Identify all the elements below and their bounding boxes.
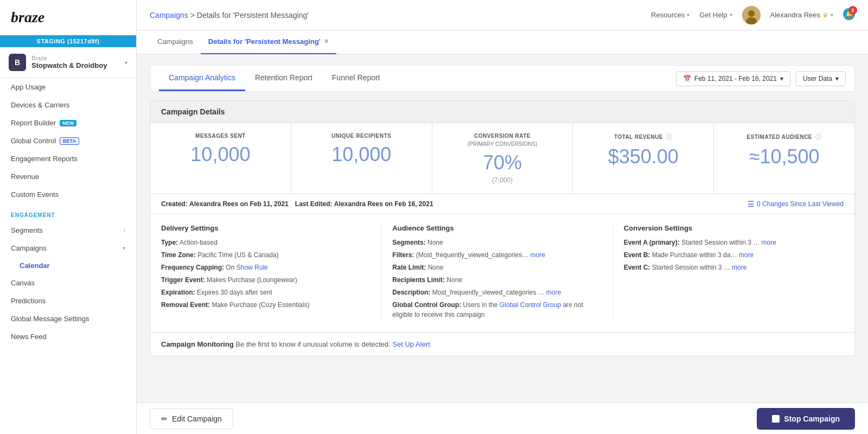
- edit-campaign-button[interactable]: ✏ Edit Campaign: [150, 409, 233, 429]
- main-content: Campaigns > Details for 'Persistent Mess…: [137, 0, 868, 434]
- filters-more-link[interactable]: more: [530, 251, 545, 259]
- campaign-details-header: Campaign Details: [150, 101, 854, 123]
- delivery-settings-title: Delivery Settings: [161, 224, 370, 232]
- messages-sent-label: MESSAGES SENT: [161, 133, 280, 139]
- get-help-chevron-icon: ▾: [730, 12, 732, 18]
- unique-recipients-value: 10,000: [302, 143, 421, 166]
- sidebar-subitem-calendar[interactable]: Calendar: [0, 257, 136, 274]
- notifications-bell[interactable]: 🔔 2: [843, 8, 855, 22]
- details-grid: Delivery Settings Type: Action-based Tim…: [150, 214, 854, 333]
- breadcrumb-campaigns-link[interactable]: Campaigns: [150, 11, 188, 20]
- workspace-avatar: B: [9, 54, 26, 71]
- sidebar-item-campaigns[interactable]: Campaigns ▾: [0, 239, 136, 257]
- resources-label: Resources: [651, 11, 685, 19]
- event-a-more-link[interactable]: more: [762, 239, 776, 246]
- conversion-event-a-row: Event A (primary): Started Session withi…: [624, 238, 833, 247]
- sidebar-item-news-feed[interactable]: News Feed: [0, 328, 136, 346]
- gcg-link[interactable]: Global Control Group: [500, 301, 561, 309]
- metric-estimated-audience: ESTIMATED AUDIENCE ⓘ ≈10,500: [714, 123, 854, 194]
- workspace-selector[interactable]: B Braze Stopwatch & Droidboy ▾: [0, 47, 136, 78]
- sidebar-item-canvas[interactable]: Canvas: [0, 274, 136, 292]
- user-menu-button[interactable]: Alexandra Rees ♛ ▾: [770, 11, 834, 19]
- beta-badge: BETA: [60, 137, 79, 145]
- total-revenue-value: $350.00: [584, 145, 703, 168]
- audience-settings-col: Audience Settings Segments: None Filters…: [392, 224, 612, 322]
- conversion-event-c-row: Event C: Started Session within 3 … more: [624, 263, 833, 272]
- show-rule-link[interactable]: Show Rule: [237, 264, 268, 271]
- svg-point-1: [748, 10, 755, 17]
- conversion-rate-value: 70%: [443, 151, 562, 174]
- audience-rate-limit-row: Rate Limit: None: [392, 263, 601, 272]
- workspace-info: Braze Stopwatch & Droidboy: [31, 55, 107, 71]
- tabs-bar: Campaigns Details for 'Persistent Messag…: [137, 30, 868, 54]
- conversion-rate-sublabel: (PRIMARY CONVERSIONS): [443, 141, 562, 147]
- sidebar-item-engagement-reports[interactable]: Engagement Reports: [0, 150, 136, 168]
- conversion-rate-sub: (7,000): [443, 176, 562, 184]
- event-b-more-link[interactable]: more: [739, 251, 754, 259]
- date-filter-button[interactable]: 📅 Feb 11, 2021 - Feb 16, 2021 ▾: [676, 71, 790, 86]
- campaigns-chevron-icon: ▾: [123, 245, 125, 251]
- subtab-campaign-analytics[interactable]: Campaign Analytics: [159, 66, 245, 91]
- conversion-settings-col: Conversion Settings Event A (primary): S…: [624, 224, 844, 322]
- audience-segments-row: Segments: None: [392, 238, 601, 247]
- get-help-button[interactable]: Get Help ▾: [699, 11, 732, 19]
- sidebar-item-report-builder[interactable]: Report Builder NEW: [0, 114, 136, 132]
- event-c-more-link[interactable]: more: [732, 264, 746, 271]
- sidebar-item-custom-events[interactable]: Custom Events: [0, 186, 136, 203]
- content-area: Campaign Analytics Retention Report Funn…: [137, 54, 868, 403]
- metric-total-revenue: TOTAL REVENUE ⓘ $350.00: [573, 123, 714, 194]
- delivery-timezone-row: Time Zone: Pacific Time (US & Canada): [161, 250, 370, 260]
- metrics-row: MESSAGES SENT 10,000 UNIQUE RECIPIENTS 1…: [150, 123, 854, 194]
- subtab-retention-report[interactable]: Retention Report: [245, 66, 322, 91]
- campaign-details-card: Campaign Details MESSAGES SENT 10,000 UN…: [150, 100, 855, 356]
- staging-badge: STAGING (15217d8f): [0, 35, 136, 47]
- changes-list-icon: ☰: [748, 200, 755, 208]
- user-avatar[interactable]: [742, 6, 761, 24]
- sidebar-item-predictions[interactable]: Predictions: [0, 292, 136, 310]
- set-up-alert-link[interactable]: Set Up Alert: [392, 340, 430, 348]
- desc-more-link[interactable]: more: [546, 289, 561, 296]
- monitoring-label: Campaign Monitoring: [161, 340, 234, 348]
- metric-conversion-rate: CONVERSION RATE (PRIMARY CONVERSIONS) 70…: [432, 123, 573, 194]
- total-revenue-label: TOTAL REVENUE ⓘ: [584, 133, 703, 141]
- tab-details-label: Details for 'Persistent Messaging': [208, 37, 321, 46]
- subtabs-row: Campaign Analytics Retention Report Funn…: [150, 65, 855, 92]
- tab-details-close-icon[interactable]: ✕: [324, 38, 329, 45]
- breadcrumb-rest: > Details for 'Persistent Messaging': [190, 11, 309, 20]
- sidebar-item-segments[interactable]: Segments ›: [0, 221, 136, 239]
- bottom-bar: ✏ Edit Campaign Stop Campaign: [137, 403, 868, 434]
- tab-details[interactable]: Details for 'Persistent Messaging' ✕: [201, 30, 336, 54]
- unique-recipients-label: UNIQUE RECIPIENTS: [302, 133, 421, 139]
- data-filter-label: User Data: [803, 75, 832, 82]
- audience-filters-row: Filters: (Most_frequently_viewed_categor…: [392, 250, 601, 260]
- estimated-audience-value: ≈10,500: [725, 145, 844, 168]
- tab-campaigns-label: Campaigns: [157, 37, 193, 46]
- audience-desc-row: Description: Most_frequently_viewed_cate…: [392, 288, 601, 297]
- user-chevron-icon: ▾: [831, 12, 833, 18]
- sidebar-item-devices-carriers[interactable]: Devices & Carriers: [0, 96, 136, 114]
- segments-chevron-icon: ›: [124, 227, 125, 233]
- estimated-audience-label: ESTIMATED AUDIENCE ⓘ: [725, 133, 844, 141]
- sidebar-item-revenue[interactable]: Revenue: [0, 168, 136, 186]
- topbar: Campaigns > Details for 'Persistent Mess…: [137, 0, 868, 30]
- resources-chevron-icon: ▾: [687, 12, 690, 18]
- delivery-removal-row: Removal Event: Make Purchase (Cozy Essen…: [161, 300, 370, 310]
- sidebar-item-app-usage[interactable]: App Usage: [0, 78, 136, 96]
- sidebar-item-global-message-settings[interactable]: Global Message Settings: [0, 310, 136, 328]
- edited-meta: Last Edited: Alexandra Rees on Feb 16, 2…: [295, 200, 433, 208]
- topbar-actions: Resources ▾ Get Help ▾ Alexandra Rees ♛ …: [651, 6, 855, 24]
- changes-link[interactable]: ☰ 0 Changes Since Last Viewed: [748, 200, 844, 208]
- subtab-funnel-report[interactable]: Funnel Report: [322, 66, 390, 91]
- metric-unique-recipients: UNIQUE RECIPIENTS 10,000: [291, 123, 432, 194]
- data-filter-button[interactable]: User Data ▾: [796, 71, 846, 86]
- tab-campaigns[interactable]: Campaigns: [150, 30, 201, 54]
- metric-messages-sent: MESSAGES SENT 10,000: [150, 123, 291, 194]
- calendar-icon: 📅: [683, 75, 691, 82]
- stop-campaign-button[interactable]: Stop Campaign: [757, 408, 855, 430]
- total-revenue-info-icon: ⓘ: [666, 133, 673, 140]
- delivery-expiration-row: Expiration: Expires 30 days after sent: [161, 288, 370, 297]
- resources-button[interactable]: Resources ▾: [651, 11, 690, 19]
- date-filter-chevron-icon: ▾: [780, 75, 783, 82]
- audience-gcg-row: Global Control Group: Users in the Globa…: [392, 300, 601, 320]
- sidebar-item-global-control[interactable]: Global Control BETA: [0, 132, 136, 150]
